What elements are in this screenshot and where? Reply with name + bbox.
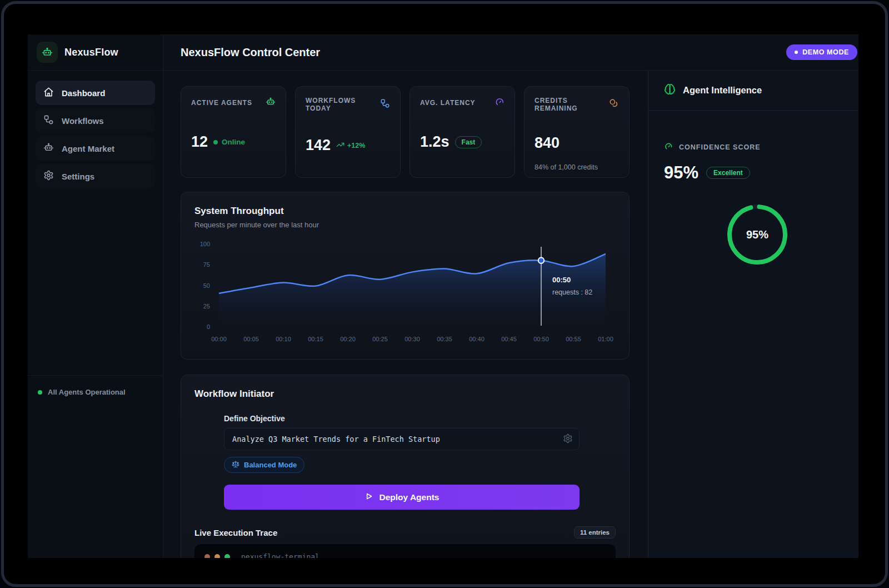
stat-card-avg-latency: AVG. LATENCY 1.2s Fast bbox=[409, 86, 515, 178]
gauge-icon bbox=[664, 142, 673, 153]
x-tick-label: 00:45 bbox=[499, 336, 519, 342]
trend-label: +12% bbox=[347, 142, 365, 150]
demo-mode-badge[interactable]: DEMO MODE bbox=[786, 44, 857, 60]
x-axis: 00:0000:0500:1000:1500:2000:2500:3000:35… bbox=[209, 336, 616, 342]
throughput-card: System Throughput Requests per minute ov… bbox=[181, 192, 630, 360]
x-tick-label: 00:00 bbox=[209, 336, 229, 342]
credits-caption: 84% of 1,000 credits bbox=[535, 163, 619, 171]
workflow-icon bbox=[380, 98, 390, 111]
chart-subtitle: Requests per minute over the last hour bbox=[194, 221, 616, 229]
objective-input[interactable] bbox=[224, 428, 580, 450]
x-tick-label: 00:50 bbox=[531, 336, 551, 342]
sidebar-nav: Dashboard Workflows Agent Market Setting… bbox=[28, 71, 163, 188]
y-tick-label: 0 bbox=[207, 324, 210, 330]
agents-status: All Agents Operational bbox=[28, 375, 163, 408]
brand-name: NexusFlow bbox=[64, 47, 118, 58]
app-window: NexusFlow Dashboard Workflows Agent Mark… bbox=[28, 34, 858, 558]
objective-label: Define Objective bbox=[224, 414, 580, 423]
online-label: Online bbox=[222, 138, 245, 146]
intel-header: Agent Intelligence bbox=[648, 71, 858, 111]
sidebar: NexusFlow Dashboard Workflows Agent Mark… bbox=[28, 34, 163, 558]
y-tick-label: 50 bbox=[203, 283, 210, 289]
agent-intelligence-panel: Agent Intelligence CONFIDENCE SCORE 95% … bbox=[648, 71, 858, 558]
page-title: NexusFlow Control Center bbox=[181, 46, 320, 59]
area-chart-svg bbox=[219, 241, 606, 330]
stat-value: 142 bbox=[306, 137, 331, 154]
terminal-maximize-dot-icon bbox=[224, 554, 230, 559]
x-tick-label: 00:55 bbox=[563, 336, 583, 342]
coins-icon bbox=[609, 98, 619, 111]
stat-label: CREDITS REMAINING bbox=[535, 97, 609, 112]
deploy-agents-label: Deploy Agents bbox=[379, 492, 439, 502]
terminal-close-dot-icon bbox=[204, 554, 210, 559]
play-icon bbox=[364, 492, 373, 503]
x-tick-label: 00:10 bbox=[273, 336, 293, 342]
status-dot bbox=[38, 390, 42, 395]
gear-icon bbox=[43, 170, 54, 182]
entries-badge: 11 entries bbox=[574, 526, 616, 539]
brain-icon bbox=[664, 83, 676, 97]
balanced-mode-label: Balanced Mode bbox=[244, 461, 297, 469]
workflow-initiator-card: Workflow Initiator Define Objective Bala… bbox=[181, 375, 630, 558]
deploy-agents-button[interactable]: Deploy Agents bbox=[224, 485, 580, 510]
confidence-row: CONFIDENCE SCORE bbox=[664, 142, 851, 153]
stat-value: 840 bbox=[535, 134, 560, 152]
x-tick-label: 00:30 bbox=[402, 336, 422, 342]
x-tick-label: 00:20 bbox=[338, 336, 358, 342]
confidence-ring-gauge: 95% bbox=[727, 204, 788, 265]
scale-icon bbox=[232, 460, 239, 470]
intel-title: Agent Intelligence bbox=[683, 85, 762, 96]
terminal: nexusflow-terminal bbox=[194, 544, 616, 558]
terminal-title: nexusflow-terminal bbox=[241, 552, 319, 558]
stat-value: 1.2s bbox=[420, 133, 450, 151]
chart-marker bbox=[538, 257, 544, 263]
stat-card-workflows-today: WORKFLOWS TODAY 142 +12% bbox=[295, 86, 401, 178]
chart-title: System Throughput bbox=[194, 206, 616, 217]
trend-badge: +12% bbox=[336, 141, 365, 151]
sidebar-item-agent-market[interactable]: Agent Market bbox=[36, 136, 155, 161]
stat-card-credits: CREDITS REMAINING 840 84% of 1,000 credi… bbox=[524, 86, 630, 178]
trace-header: Live Execution Trace 11 entries bbox=[194, 526, 616, 539]
stat-value: 12 bbox=[191, 133, 208, 151]
status-text: All Agents Operational bbox=[48, 388, 126, 396]
sidebar-item-label: Workflows bbox=[62, 116, 104, 126]
stats-row: ACTIVE AGENTS 12 Online bbox=[181, 86, 630, 178]
sidebar-item-label: Agent Market bbox=[62, 144, 114, 153]
x-tick-label: 00:15 bbox=[306, 336, 326, 342]
sidebar-item-label: Dashboard bbox=[62, 88, 105, 98]
x-tick-label: 00:05 bbox=[241, 336, 261, 342]
y-tick-label: 100 bbox=[200, 241, 210, 247]
stat-label: AVG. LATENCY bbox=[420, 99, 476, 107]
workflow-title: Workflow Initiator bbox=[194, 388, 616, 400]
gauge-icon bbox=[495, 97, 505, 109]
gear-icon[interactable] bbox=[563, 433, 573, 446]
bot-icon bbox=[43, 142, 54, 155]
stat-card-active-agents: ACTIVE AGENTS 12 Online bbox=[181, 86, 286, 178]
sidebar-item-workflows[interactable]: Workflows bbox=[36, 108, 155, 133]
stat-label: WORKFLOWS TODAY bbox=[306, 97, 380, 112]
stat-label: ACTIVE AGENTS bbox=[191, 99, 252, 107]
ring-percentage: 95% bbox=[727, 204, 788, 265]
balanced-mode-pill[interactable]: Balanced Mode bbox=[224, 457, 304, 473]
home-icon bbox=[43, 87, 54, 99]
header: NexusFlow Control Center DEMO MODE bbox=[163, 34, 858, 71]
sidebar-item-settings[interactable]: Settings bbox=[36, 164, 155, 188]
throughput-chart[interactable]: 1007550250 bbox=[194, 241, 616, 332]
sidebar-item-dashboard[interactable]: Dashboard bbox=[36, 81, 155, 105]
demo-mode-label: DEMO MODE bbox=[802, 48, 849, 56]
sidebar-item-label: Settings bbox=[62, 172, 94, 181]
device-frame: NexusFlow Dashboard Workflows Agent Mark… bbox=[1, 1, 888, 587]
y-axis: 1007550250 bbox=[194, 241, 214, 330]
x-tick-label: 01:00 bbox=[596, 336, 616, 342]
workflow-form: Define Objective Balanced Mode Deploy Ag… bbox=[224, 414, 580, 510]
y-tick-label: 75 bbox=[203, 262, 210, 268]
confidence-score: 95% bbox=[664, 163, 698, 183]
trending-up-icon bbox=[336, 141, 344, 151]
workflow-icon bbox=[43, 114, 54, 127]
brand[interactable]: NexusFlow bbox=[28, 34, 163, 71]
terminal-minimize-dot-icon bbox=[214, 554, 220, 559]
trace-title: Live Execution Trace bbox=[194, 528, 277, 537]
bot-icon bbox=[266, 97, 276, 109]
online-status: Online bbox=[213, 138, 245, 146]
x-tick-label: 00:35 bbox=[434, 336, 455, 342]
